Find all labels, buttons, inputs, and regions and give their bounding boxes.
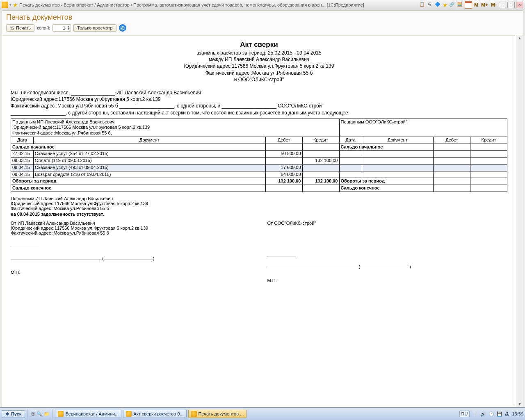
nav-icon[interactable]: 🔷 bbox=[435, 2, 441, 8]
os-taskbar: ❖ Пуск 🖥 🔍 📁 Беринапрокат / Админи...Акт… bbox=[0, 407, 525, 420]
language-indicator[interactable]: RU bbox=[459, 411, 470, 417]
quicklaunch-icon[interactable]: 📁 bbox=[44, 411, 50, 417]
email-icon[interactable]: @ bbox=[119, 24, 126, 32]
taskbar-item[interactable]: Акт сверки расчетов 0... bbox=[123, 410, 186, 418]
app-icon bbox=[126, 411, 132, 417]
link-icon[interactable]: 🔗 bbox=[449, 2, 456, 8]
maximize-button[interactable]: □ bbox=[507, 2, 515, 8]
taskbar-item[interactable]: Беринапрокат / Админи... bbox=[55, 410, 121, 418]
app-window: Печать документов 🖨 Печать копий: ▲ ▼ То… bbox=[2, 10, 523, 407]
copies-spinner[interactable]: ▲ ▼ bbox=[52, 24, 71, 32]
calendar-icon[interactable] bbox=[465, 1, 472, 9]
quicklaunch-icon[interactable]: 🖥 bbox=[30, 411, 35, 416]
memory-mplus-icon[interactable]: M+ bbox=[480, 2, 489, 8]
table-row[interactable]: 09.04.15Возврат средств (216 от 09.04.20… bbox=[11, 171, 507, 178]
star-icon[interactable]: ★ bbox=[443, 2, 448, 8]
toolbar-icon[interactable]: 📋 bbox=[419, 2, 426, 8]
doc-afterblock: По данным ИП Лаевский Александр Васильев… bbox=[11, 196, 507, 217]
copies-input[interactable] bbox=[53, 25, 66, 31]
print-button-label: Печать bbox=[16, 25, 31, 30]
network-icon[interactable]: 🔊 bbox=[480, 411, 486, 417]
favorites-icon[interactable]: ★ bbox=[13, 2, 18, 8]
row-turnover: Обороты за период 132 100,00 132 100,00 … bbox=[11, 178, 507, 185]
page-title: Печать документов bbox=[2, 11, 523, 23]
taskbar-item[interactable]: Печать документов ... bbox=[188, 410, 247, 418]
start-button[interactable]: ❖ Пуск bbox=[2, 410, 25, 418]
help-icon[interactable]: ❔ bbox=[472, 411, 478, 417]
scroll-up-icon[interactable]: ▲ bbox=[518, 36, 522, 40]
debt-status: на 09.04.2015 задолженность отсутствует. bbox=[11, 212, 507, 217]
window-title: Печать документов - Беринапрокат / Админ… bbox=[19, 2, 418, 7]
tray-icon[interactable]: 💾 bbox=[497, 411, 502, 417]
reconciliation-table: По данным ИП Лаевский Александр Васильев… bbox=[11, 119, 507, 192]
copies-down-icon[interactable]: ▼ bbox=[66, 28, 71, 30]
app-menu-dropdown-icon[interactable]: ▾ bbox=[9, 3, 11, 7]
minimize-button[interactable]: — bbox=[499, 2, 506, 8]
quicklaunch-icon[interactable]: 🔍 bbox=[37, 411, 42, 417]
app-icon bbox=[58, 411, 64, 417]
close-button[interactable]: ✕ bbox=[516, 2, 523, 8]
row-saldo-end: Сальдо конечное Сальдо конечное bbox=[11, 185, 507, 192]
doc-subtitle: взаимных расчетов за период: 25.02.2015 … bbox=[11, 50, 507, 83]
table-row[interactable]: 09.04.15Оказание услуг (493 от 09.04.201… bbox=[11, 164, 507, 171]
app-icon bbox=[191, 411, 197, 417]
stamp-label-left: М.П. bbox=[11, 270, 251, 275]
app-icon bbox=[2, 2, 8, 8]
memory-m-icon[interactable]: M bbox=[473, 2, 479, 8]
table-row[interactable]: 09.03.15Оплата (119 от 09.03.2015)132 10… bbox=[11, 158, 507, 164]
print-button[interactable]: 🖨 Печать bbox=[6, 24, 34, 32]
document-area[interactable]: Акт сверки взаимных расчетов за период: … bbox=[3, 35, 515, 406]
preview-only-label: Только просмотр bbox=[77, 25, 112, 30]
print-toolbar: 🖨 Печать копий: ▲ ▼ Только просмотр @ bbox=[2, 23, 523, 35]
table-column-header: Дата Документ Дебет Кредит Дата Документ… bbox=[11, 137, 507, 144]
doc-preamble: Мы, нижеподписавшиеся, ________________ … bbox=[11, 89, 507, 116]
table-party-header: По данным ИП Лаевский Александр Васильев… bbox=[11, 119, 507, 137]
print-icon[interactable]: 🖨 bbox=[427, 2, 434, 8]
system-tray: RU ❔ 🔊 🕑 💾 🖧 13:59 bbox=[459, 411, 523, 417]
tray-icon[interactable]: 🖧 bbox=[505, 411, 509, 416]
signature-right: От ООО"ОЛиКС-строй" () М.П. bbox=[267, 221, 508, 283]
memory-mminus-icon[interactable]: M- bbox=[490, 2, 498, 8]
printer-icon: 🖨 bbox=[10, 25, 14, 30]
stamp-label-right: М.П. bbox=[267, 278, 508, 283]
table-row[interactable]: 27.02.15Оказание услуг (254 от 27.02.201… bbox=[11, 151, 507, 158]
window-titlebar: ▾ ★ Печать документов - Беринапрокат / А… bbox=[0, 0, 525, 10]
scroll-down-icon[interactable]: ▼ bbox=[518, 402, 522, 406]
vertical-scrollbar[interactable]: ▲ ▼ bbox=[516, 35, 523, 407]
signature-left: От ИП Лаевский Александр Васильевич Юрид… bbox=[11, 221, 251, 283]
calc-icon[interactable]: 🧮 bbox=[457, 2, 463, 8]
row-saldo-start: Сальдо начальное Сальдо начальное bbox=[11, 144, 507, 151]
doc-heading: Акт сверки bbox=[11, 41, 507, 49]
copies-label: копий: bbox=[37, 25, 50, 30]
preview-only-button[interactable]: Только просмотр bbox=[73, 24, 116, 32]
tray-icon[interactable]: 🕑 bbox=[488, 411, 494, 417]
clock[interactable]: 13:59 bbox=[512, 411, 523, 416]
start-icon: ❖ bbox=[5, 411, 9, 417]
